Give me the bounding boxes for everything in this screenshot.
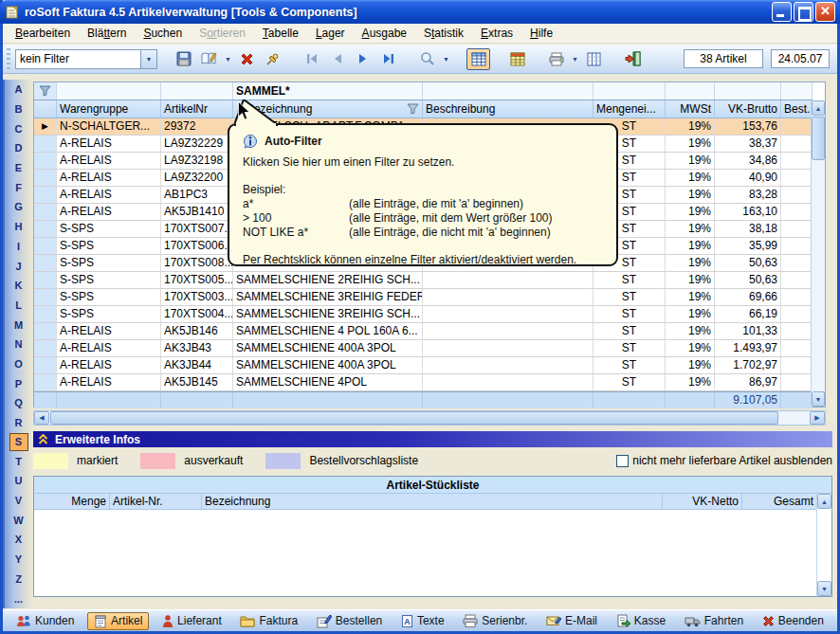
alphabet-letter[interactable]: E bbox=[5, 158, 32, 178]
alphabet-letter[interactable]: K bbox=[5, 276, 32, 296]
tab-email[interactable]: E-Mail bbox=[540, 612, 603, 630]
stueckliste-header-artikelnr[interactable]: Artikel-Nr. bbox=[110, 494, 202, 509]
save-button[interactable] bbox=[172, 48, 195, 70]
menu-item[interactable]: Lager bbox=[307, 25, 354, 43]
alphabet-letter[interactable]: A bbox=[5, 80, 32, 100]
hide-articles-checkbox-group[interactable]: nicht mehr lieferbare Artikel ausblenden bbox=[616, 454, 832, 467]
scroll-right-icon[interactable]: ▶ bbox=[810, 411, 825, 425]
table-horizontal-scrollbar[interactable]: ◀ ▶ bbox=[33, 410, 826, 426]
menu-item[interactable]: Sortieren bbox=[191, 25, 254, 43]
alphabet-letter[interactable]: X bbox=[5, 530, 32, 550]
search-button[interactable] bbox=[415, 48, 439, 70]
column-funnel-icon[interactable] bbox=[407, 103, 419, 115]
menu-item[interactable]: Hilfe bbox=[521, 25, 561, 43]
alphabet-letter[interactable]: U bbox=[5, 471, 32, 491]
tab-lieferant[interactable]: Lieferant bbox=[156, 612, 228, 630]
scroll-down-icon[interactable]: ▼ bbox=[817, 581, 831, 596]
alphabet-letter[interactable]: R bbox=[5, 413, 32, 433]
stueckliste-header-menge[interactable]: Menge bbox=[34, 494, 110, 509]
filter-cell-warengruppe[interactable] bbox=[57, 82, 161, 100]
nav-last-button[interactable] bbox=[376, 48, 400, 70]
chevron-down-icon[interactable]: ▼ bbox=[140, 50, 156, 68]
alphabet-letter[interactable]: D bbox=[5, 138, 32, 158]
alphabet-letter[interactable]: H bbox=[5, 217, 32, 237]
exit-button[interactable] bbox=[621, 48, 645, 70]
search-dropdown-icon[interactable]: ▼ bbox=[441, 48, 451, 70]
edit-button[interactable] bbox=[197, 48, 221, 70]
toolbar-grip[interactable] bbox=[7, 48, 10, 69]
filter-cell-bezeichnung[interactable]: SAMMEL* bbox=[233, 82, 423, 100]
alphabet-letter[interactable]: Z bbox=[5, 570, 32, 589]
erweiterte-infos-bar[interactable]: Erweiterte Infos bbox=[33, 431, 832, 447]
filter-cell-mengeneinheit[interactable] bbox=[593, 82, 666, 100]
scroll-left-icon[interactable]: ◀ bbox=[34, 411, 49, 425]
filter-cell-vkbrutto[interactable] bbox=[715, 82, 781, 100]
filter-row-corner[interactable] bbox=[34, 82, 57, 100]
table-row[interactable]: ▶ A-RELAIS AK5JB145 SAMMELSCHIENE 4POL S… bbox=[34, 374, 813, 391]
alphabet-letter[interactable]: M bbox=[5, 315, 32, 335]
alphabet-letter[interactable]: I bbox=[5, 237, 32, 257]
tab-serienbrief[interactable]: Serienbr. bbox=[457, 612, 533, 630]
alphabet-letter[interactable]: C bbox=[5, 118, 32, 138]
table-row[interactable]: ▶ S-SPS 170XTS004... SAMMELSCHIENE 3REIH… bbox=[34, 306, 813, 323]
alphabet-letter[interactable]: V bbox=[5, 491, 32, 511]
tab-texte[interactable]: A Texte bbox=[395, 612, 450, 630]
alphabet-letter[interactable]: G bbox=[5, 197, 32, 217]
nav-prev-button[interactable] bbox=[325, 48, 349, 70]
alphabet-letter[interactable]: S bbox=[5, 432, 32, 451]
stueckliste-header-bezeichnung[interactable]: Bezeichnung bbox=[202, 494, 663, 509]
close-button[interactable] bbox=[815, 2, 835, 22]
header-warengruppe[interactable]: Warengruppe bbox=[57, 100, 161, 118]
alphabet-letter[interactable]: Q bbox=[5, 393, 32, 413]
filter-cell-best[interactable] bbox=[781, 82, 813, 100]
print-dropdown-icon[interactable]: ▼ bbox=[570, 48, 580, 70]
header-best[interactable]: Best. bbox=[781, 100, 813, 118]
header-beschreibung[interactable]: Beschreibung bbox=[423, 100, 593, 118]
maximize-button[interactable] bbox=[794, 2, 813, 22]
menu-item[interactable]: Suchen bbox=[135, 25, 191, 43]
minimize-button[interactable] bbox=[772, 2, 792, 22]
alphabet-letter[interactable]: P bbox=[5, 373, 32, 393]
stueckliste-header-gesamt[interactable]: Gesamt bbox=[742, 494, 817, 509]
delete-button[interactable] bbox=[235, 48, 259, 70]
menu-item[interactable]: Blättern bbox=[79, 25, 135, 43]
horizontal-scroll-thumb[interactable] bbox=[50, 411, 778, 425]
table-vertical-scrollbar[interactable]: ▲ ▼ bbox=[811, 100, 825, 407]
pin-button[interactable] bbox=[261, 48, 284, 70]
stueckliste-header-vknetto[interactable]: VK-Netto bbox=[663, 494, 742, 509]
table-row[interactable]: ▶ S-SPS 170XTS003... SAMMELSCHIENE 3REIH… bbox=[34, 289, 813, 306]
header-vkbrutto[interactable]: VK-Brutto bbox=[715, 100, 781, 118]
alphabet-letter[interactable]: Y bbox=[5, 550, 32, 570]
tab-faktura[interactable]: Faktura bbox=[234, 612, 303, 630]
filter-cell-mwst[interactable] bbox=[666, 82, 715, 100]
menu-item[interactable]: Ausgabe bbox=[354, 25, 415, 43]
menu-item[interactable]: Bearbeiten bbox=[7, 25, 79, 43]
scroll-up-icon[interactable]: ▲ bbox=[812, 100, 825, 116]
filter-combobox[interactable]: kein Filter ▼ bbox=[15, 49, 157, 69]
menu-item[interactable]: Tabelle bbox=[254, 25, 307, 43]
table-row[interactable]: ▶ A-RELAIS AK3JB43 SAMMELSCHIENE 400A 3P… bbox=[34, 340, 813, 357]
tab-bestellen[interactable]: Bestellen bbox=[311, 612, 388, 630]
alphabet-letter[interactable]: F bbox=[5, 177, 32, 197]
scroll-down-icon[interactable]: ▼ bbox=[812, 391, 825, 407]
alphabet-letter[interactable]: W bbox=[5, 510, 32, 530]
table-row[interactable]: ▶ A-RELAIS AK3JB44 SAMMELSCHIENE 400A 3P… bbox=[34, 357, 813, 374]
print-button[interactable] bbox=[544, 48, 568, 70]
tab-beenden[interactable]: Beenden bbox=[757, 612, 830, 630]
header-mengeneinheit[interactable]: Mengenei... bbox=[593, 100, 666, 118]
vertical-scroll-thumb[interactable] bbox=[812, 117, 825, 160]
nav-first-button[interactable] bbox=[300, 48, 323, 70]
alphabet-letter[interactable]: T bbox=[5, 451, 32, 471]
tab-kunden[interactable]: Kunden bbox=[10, 612, 80, 630]
grid-view-button[interactable] bbox=[466, 48, 490, 70]
filter-cell-beschreibung[interactable] bbox=[423, 82, 593, 100]
alphabet-letter[interactable]: J bbox=[5, 256, 32, 276]
table-row[interactable]: ▶ S-SPS 170XTS005... SAMMELSCHIENE 2REIH… bbox=[34, 272, 813, 289]
alphabet-letter[interactable]: ... bbox=[5, 589, 32, 608]
tab-fahrten[interactable]: Fahrten bbox=[679, 612, 749, 630]
header-mwst[interactable]: MWSt bbox=[666, 100, 715, 118]
checkbox[interactable] bbox=[616, 455, 629, 467]
alphabet-letter[interactable]: L bbox=[5, 296, 32, 316]
menu-item[interactable]: Extras bbox=[472, 25, 521, 43]
tab-kasse[interactable]: Kasse bbox=[611, 612, 671, 630]
